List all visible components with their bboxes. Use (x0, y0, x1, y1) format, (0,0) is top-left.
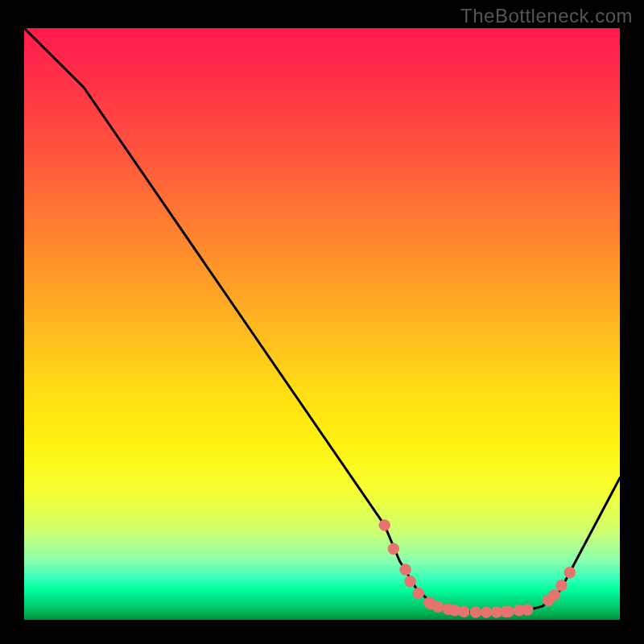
curve-markers (379, 519, 576, 617)
curve-marker (503, 606, 514, 617)
curve-marker (413, 588, 424, 599)
curve-marker (470, 606, 481, 617)
curve-marker (400, 564, 411, 576)
curve-marker (555, 580, 567, 591)
curve-marker (432, 601, 444, 613)
curve-marker (564, 567, 576, 578)
chart-stage: TheBottleneck.com (0, 0, 644, 644)
curve-marker (481, 606, 492, 617)
plot-area (24, 28, 620, 620)
curve-marker (522, 605, 533, 616)
curve-marker (458, 606, 469, 617)
curve-marker (379, 519, 390, 530)
curve-marker (549, 589, 560, 601)
curve-path (24, 28, 620, 613)
curve-marker (388, 543, 399, 555)
curve-marker (405, 576, 416, 587)
curve-layer (24, 28, 620, 620)
watermark-text: TheBottleneck.com (460, 5, 633, 27)
